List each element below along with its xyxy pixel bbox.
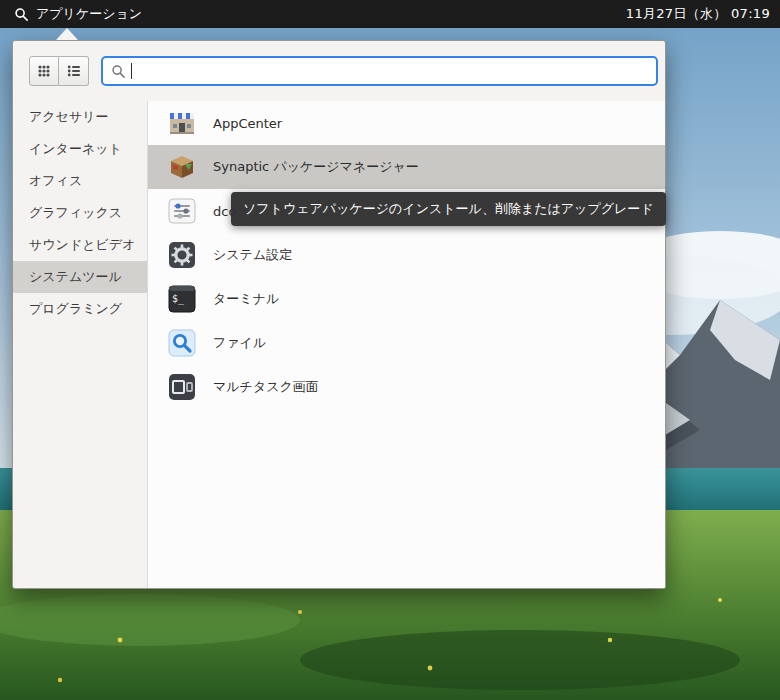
dconf-icon [166,195,198,227]
menu-body: アクセサリー インターネット オフィス グラフィックス サウンドとビデオ システ… [13,101,665,588]
app-label: システム設定 [213,246,292,264]
system-settings-icon [166,239,198,271]
grid-view-button[interactable] [29,56,59,86]
app-row-multitasking[interactable]: マルチタスク画面 [148,365,665,409]
search-icon [111,64,126,79]
sidebar-item-graphics[interactable]: グラフィックス [13,197,147,229]
search-field[interactable] [101,56,658,86]
category-sidebar: アクセサリー インターネット オフィス グラフィックス サウンドとビデオ システ… [13,101,148,588]
list-view-icon [66,63,82,79]
app-row-synaptic[interactable]: Synaptic パッケージマネージャー [148,145,665,189]
list-view-button[interactable] [59,56,89,86]
sidebar-item-system-tools[interactable]: システムツール [13,261,147,293]
clock[interactable]: 11月27日（水） 07:19 [626,5,770,23]
search-input[interactable] [137,64,648,79]
sidebar-item-accessories[interactable]: アクセサリー [13,101,147,133]
app-list: AppCenter Synaptic パッケージマネージャー [148,101,665,588]
multitasking-icon [166,371,198,403]
app-label: ファイル [213,334,266,352]
files-icon [166,327,198,359]
grid-view-icon [36,63,52,79]
search-icon [14,7,29,22]
applications-menu-popup: アクセサリー インターネット オフィス グラフィックス サウンドとビデオ システ… [12,40,666,589]
app-row-files[interactable]: ファイル [148,321,665,365]
app-row-settings[interactable]: システム設定 [148,233,665,277]
appcenter-icon [166,107,198,139]
sidebar-item-sound-video[interactable]: サウンドとビデオ [13,229,147,261]
app-label: AppCenter [213,116,282,131]
synaptic-icon [166,151,198,183]
tooltip: ソフトウェアパッケージのインストール、削除またはアップグレード [231,192,666,226]
menu-toolbar [13,41,665,101]
sidebar-item-internet[interactable]: インターネット [13,133,147,165]
app-row-terminal[interactable]: $_ ターミナル [148,277,665,321]
menu-pointer-arrow [56,28,78,40]
applications-menu-button[interactable]: アプリケーション [10,0,146,28]
app-label: ターミナル [213,290,279,308]
svg-text:$_: $_ [172,293,185,305]
sidebar-item-programming[interactable]: プログラミング [13,293,147,325]
top-bar: アプリケーション 11月27日（水） 07:19 [0,0,780,28]
terminal-icon: $_ [166,283,198,315]
app-row-appcenter[interactable]: AppCenter [148,101,665,145]
app-label: Synaptic パッケージマネージャー [213,158,419,176]
sidebar-item-office[interactable]: オフィス [13,165,147,197]
applications-menu-label: アプリケーション [36,5,142,23]
view-toggle-group [29,56,89,86]
text-cursor [131,63,132,79]
app-label: マルチタスク画面 [213,378,319,396]
